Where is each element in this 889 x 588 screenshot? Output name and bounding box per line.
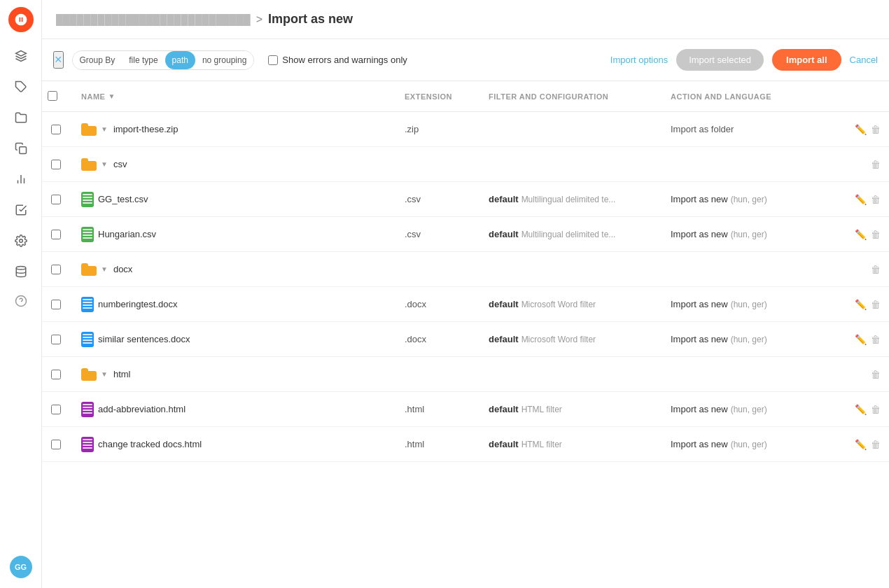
group-by-file-type[interactable]: file type (122, 51, 164, 69)
row-checkbox[interactable] (51, 230, 61, 239)
edit-icon[interactable]: ✏️ (855, 404, 867, 415)
delete-icon[interactable]: 🗑 (871, 299, 881, 310)
chevron-icon[interactable]: ▼ (101, 370, 108, 378)
row-checkbox[interactable] (51, 195, 61, 204)
filter-default: default (489, 334, 519, 344)
file-name: html (113, 369, 131, 379)
row-actions: ✏️ 🗑 (833, 118, 889, 141)
edit-icon[interactable]: ✏️ (855, 194, 867, 205)
sidebar-icon-chart[interactable] (8, 167, 34, 192)
app-logo[interactable] (8, 7, 34, 32)
row-filter (483, 159, 665, 170)
edit-icon[interactable]: ✏️ (855, 229, 867, 240)
row-checkbox[interactable] (51, 300, 61, 309)
row-actions: ✏️ 🗑 (833, 398, 889, 421)
header-checkbox-cell (42, 91, 70, 102)
delete-icon[interactable]: 🗑 (871, 264, 881, 275)
row-actions: 🗑 (833, 258, 889, 281)
chevron-icon[interactable]: ▼ (101, 125, 108, 133)
row-extension: .zip (399, 118, 483, 140)
file-name: csv (113, 159, 127, 169)
edit-icon[interactable]: ✏️ (855, 439, 867, 450)
row-checkbox[interactable] (51, 370, 61, 379)
sidebar-icon-database[interactable] (8, 259, 34, 284)
select-all-checkbox[interactable] (48, 91, 57, 101)
row-name-cell: GG_test.csv (70, 186, 399, 213)
delete-icon[interactable]: 🗑 (871, 404, 881, 415)
edit-icon[interactable]: ✏️ (855, 299, 867, 310)
row-action (665, 369, 833, 380)
delete-icon[interactable]: 🗑 (871, 124, 881, 135)
row-actions: 🗑 (833, 363, 889, 386)
sidebar-icon-tags[interactable] (8, 74, 34, 99)
edit-icon[interactable]: ✏️ (855, 124, 867, 135)
row-checkbox-cell (42, 294, 70, 315)
row-checkbox[interactable] (51, 440, 61, 449)
import-selected-button[interactable]: Import selected (676, 49, 764, 71)
header-extension: EXTENSION (399, 92, 483, 101)
language-tag: (hun, ger) (731, 300, 767, 309)
table-row: ▼ csv 🗑 (42, 147, 889, 182)
row-filter (483, 369, 665, 380)
sidebar-icon-tasks[interactable] (8, 197, 34, 223)
main-content: ████████████████████████████ > Import as… (42, 0, 889, 588)
chevron-icon[interactable]: ▼ (101, 160, 108, 168)
close-button[interactable]: × (53, 51, 64, 69)
filter-default: default (489, 194, 519, 204)
delete-icon[interactable]: 🗑 (871, 439, 881, 450)
row-checkbox[interactable] (51, 265, 61, 274)
header-action-lang: ACTION AND LANGUAGE (665, 92, 833, 101)
folder-icon (81, 368, 97, 381)
row-extension: .csv (399, 223, 483, 245)
delete-icon[interactable]: 🗑 (871, 229, 881, 240)
sidebar-icon-folder[interactable] (8, 105, 34, 130)
row-checkbox[interactable] (51, 405, 61, 414)
edit-icon[interactable]: ✏️ (855, 334, 867, 345)
folder-icon (81, 158, 97, 171)
row-filter: default HTML filter (483, 433, 665, 455)
cancel-button[interactable]: Cancel (850, 55, 878, 65)
row-checkbox[interactable] (51, 335, 61, 344)
row-name-cell: Hungarian.csv (70, 221, 399, 248)
row-actions: ✏️ 🗑 (833, 188, 889, 211)
sidebar-icon-help[interactable] (10, 290, 32, 312)
delete-icon[interactable]: 🗑 (871, 369, 881, 380)
breadcrumb-parent: ████████████████████████████ (56, 14, 251, 25)
folder-icon (81, 123, 97, 136)
action-label: Import as new (671, 194, 728, 204)
show-errors-checkbox[interactable] (268, 55, 278, 65)
import-all-button[interactable]: Import all (772, 49, 841, 71)
group-by-no-grouping[interactable]: no grouping (195, 51, 253, 69)
csv-file-icon (81, 192, 94, 207)
folder-icon (81, 263, 97, 276)
svg-rect-2 (19, 147, 26, 154)
row-checkbox[interactable] (51, 160, 61, 169)
language-tag: (hun, ger) (731, 440, 767, 449)
filter-detail: HTML filter (522, 440, 562, 449)
table-row: similar sentences.docx .docx default Mic… (42, 322, 889, 357)
table-row: add-abbreviation.html .html default HTML… (42, 392, 889, 427)
sidebar-icon-settings[interactable] (8, 228, 34, 253)
row-extension: .docx (399, 328, 483, 350)
delete-icon[interactable]: 🗑 (871, 334, 881, 345)
language-tag: (hun, ger) (731, 335, 767, 344)
row-checkbox[interactable] (51, 125, 61, 134)
show-errors-label[interactable]: Show errors and warnings only (268, 55, 407, 65)
sidebar-icon-copy[interactable] (8, 136, 34, 161)
delete-icon[interactable]: 🗑 (871, 159, 881, 170)
sidebar-icon-layers[interactable] (8, 43, 34, 69)
toolbar: × Group By file type path no grouping Sh… (42, 39, 889, 81)
action-label: Import as folder (671, 124, 734, 134)
filter-default: default (489, 229, 519, 239)
user-avatar[interactable]: GG (10, 556, 32, 578)
table-row: ▼ html 🗑 (42, 357, 889, 392)
chevron-icon[interactable]: ▼ (101, 265, 108, 273)
group-by-path[interactable]: path (165, 51, 195, 69)
row-action: Import as new (hun, ger) (665, 328, 833, 350)
breadcrumb-separator: > (256, 13, 262, 26)
delete-icon[interactable]: 🗑 (871, 194, 881, 205)
row-actions: ✏️ 🗑 (833, 293, 889, 316)
row-checkbox-cell (42, 399, 70, 420)
import-options-button[interactable]: Import options (610, 55, 668, 65)
row-actions: ✏️ 🗑 (833, 328, 889, 351)
